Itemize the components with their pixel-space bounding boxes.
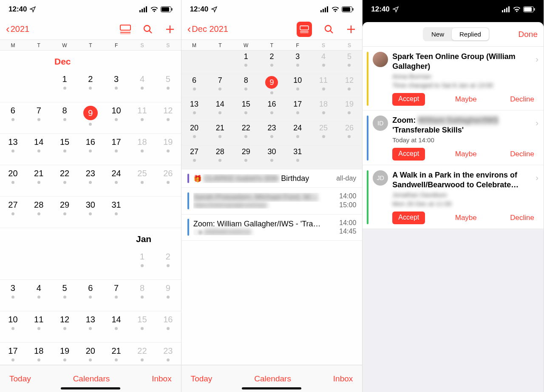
calendar-day[interactable]: 27 — [181, 146, 207, 169]
back-button[interactable]: ‹ 2021 — [6, 23, 29, 36]
calendar-day[interactable]: 31 — [285, 146, 311, 169]
calendar-day[interactable]: 20 — [0, 165, 26, 196]
calendar-day[interactable]: 14 — [207, 98, 233, 121]
calendar-day[interactable]: 2 — [77, 71, 103, 102]
calendar-day[interactable]: 8 — [129, 280, 155, 311]
calendar-day[interactable]: 21 — [207, 122, 233, 145]
calendar-day[interactable]: 3 — [285, 51, 311, 74]
calendar-day[interactable]: 1 — [233, 51, 259, 74]
event-row[interactable]: Zoom: William Gallagher/IWS - 'Tra…▢◗ us… — [181, 214, 363, 241]
calendar-day[interactable]: 20 — [181, 122, 207, 145]
calendar-day[interactable]: 14 — [26, 134, 52, 165]
calendar-day[interactable]: 5 — [52, 280, 78, 311]
calendar-day[interactable]: 13 — [181, 98, 207, 121]
list-toggle-button-active[interactable] — [297, 22, 312, 37]
today-button[interactable]: Today — [191, 374, 212, 384]
maybe-button[interactable]: Maybe — [452, 212, 480, 224]
calendar-day[interactable]: 22 — [52, 165, 78, 196]
decline-button[interactable]: Decline — [507, 148, 538, 161]
calendar-day[interactable]: 18 — [26, 343, 52, 365]
calendar-day[interactable]: 3 — [0, 280, 26, 311]
invite-card[interactable]: JDA Walk in a Park in the environs of Sa… — [363, 165, 544, 229]
calendar-day[interactable]: 20 — [77, 343, 103, 365]
calendar-day[interactable]: 9 — [155, 280, 181, 311]
today-button[interactable]: Today — [9, 374, 31, 384]
calendar-day[interactable]: 19 — [155, 134, 181, 165]
calendar-day[interactable]: 2 — [259, 51, 285, 74]
calendar-day[interactable]: 23 — [155, 343, 181, 365]
calendar-day[interactable]: 1 — [129, 248, 155, 279]
calendar-day[interactable]: 13 — [0, 134, 26, 165]
inbox-button[interactable]: Inbox — [152, 374, 171, 384]
calendar-day[interactable]: 11 — [129, 102, 155, 133]
calendar-day[interactable]: 28 — [26, 197, 52, 228]
calendar-day[interactable]: 1 — [52, 71, 78, 102]
maybe-button[interactable]: Maybe — [452, 148, 480, 161]
calendar-day[interactable]: 7 — [207, 74, 233, 98]
calendar-day[interactable]: 6 — [77, 280, 103, 311]
add-button[interactable] — [346, 24, 356, 34]
calendar-day[interactable]: 17 — [103, 134, 129, 165]
accept-button[interactable]: Accept — [392, 148, 425, 161]
calendar-day[interactable]: 14 — [103, 311, 129, 342]
calendar-day[interactable]: 19 — [52, 343, 78, 365]
calendar-day[interactable]: 16 — [77, 134, 103, 165]
calendar-day[interactable]: 18 — [311, 98, 337, 121]
accept-button[interactable]: Accept — [392, 212, 425, 224]
calendar-day[interactable]: 26 — [337, 122, 363, 145]
event-row[interactable]: Sarah Prasadam, Michael Ford, W…https://… — [181, 188, 363, 214]
search-button[interactable] — [324, 24, 334, 34]
calendar-day[interactable]: 9 — [259, 74, 285, 98]
calendar-day[interactable]: 9 — [77, 102, 103, 133]
inbox-button[interactable]: Inbox — [333, 374, 353, 384]
calendar-day[interactable]: 12 — [155, 102, 181, 133]
calendar-day[interactable]: 17 — [285, 98, 311, 121]
calendar-day[interactable]: 31 — [103, 197, 129, 228]
calendar-day[interactable]: 10 — [0, 311, 26, 342]
segment-new[interactable]: New — [424, 28, 452, 40]
calendar-day[interactable]: 8 — [52, 102, 78, 133]
calendar-day[interactable]: 6 — [0, 102, 26, 133]
calendar-day[interactable]: 11 — [26, 311, 52, 342]
add-button[interactable] — [165, 24, 175, 34]
calendar-day[interactable]: 8 — [233, 74, 259, 98]
calendar-day[interactable]: 25 — [129, 165, 155, 196]
calendar-day[interactable]: 11 — [311, 74, 337, 98]
invite-card[interactable]: IDZoom: William Gallagher/IWS'Transferab… — [363, 110, 544, 165]
calendar-day[interactable]: 17 — [0, 343, 26, 365]
calendar-day[interactable]: 12 — [337, 74, 363, 98]
month-label-jan[interactable]: Jan — [0, 228, 181, 248]
calendar-day[interactable]: 4 — [129, 71, 155, 102]
list-toggle-button[interactable] — [120, 25, 131, 34]
calendar-day[interactable]: 10 — [285, 74, 311, 98]
calendar-day[interactable]: 5 — [155, 71, 181, 102]
calendar-day[interactable]: 15 — [233, 98, 259, 121]
search-button[interactable] — [143, 24, 153, 34]
calendar-day[interactable]: 15 — [52, 134, 78, 165]
month-label-dec[interactable]: Dec — [0, 51, 181, 71]
calendar-day[interactable]: 16 — [155, 311, 181, 342]
calendar-day[interactable]: 15 — [129, 311, 155, 342]
calendar-day[interactable]: 27 — [0, 197, 26, 228]
calendar-day[interactable]: 6 — [181, 74, 207, 98]
calendar-day[interactable]: 3 — [103, 71, 129, 102]
calendar-day[interactable]: 25 — [311, 122, 337, 145]
calendar-day[interactable]: 30 — [259, 146, 285, 169]
segment-replied[interactable]: Replied — [452, 28, 489, 40]
calendar-day[interactable]: 12 — [52, 311, 78, 342]
calendar-day[interactable]: 23 — [77, 165, 103, 196]
calendar-day[interactable]: 21 — [26, 165, 52, 196]
done-button[interactable]: Done — [518, 30, 538, 39]
calendar-day[interactable]: 29 — [233, 146, 259, 169]
calendar-day[interactable]: 4 — [26, 280, 52, 311]
event-row[interactable]: 🎁CLARKE Isabel's 30th Birthdayall-day — [181, 169, 363, 188]
calendar-day[interactable]: 18 — [129, 134, 155, 165]
invite-card[interactable]: Spark Teen Online Group (William Gallagh… — [363, 47, 544, 110]
calendar-day[interactable]: 29 — [52, 197, 78, 228]
decline-button[interactable]: Decline — [507, 93, 538, 106]
calendar-day[interactable]: 16 — [259, 98, 285, 121]
calendar-day[interactable]: 21 — [103, 343, 129, 365]
home-indicator[interactable] — [242, 387, 301, 389]
calendar-day[interactable]: 22 — [233, 122, 259, 145]
maybe-button[interactable]: Maybe — [452, 93, 480, 106]
